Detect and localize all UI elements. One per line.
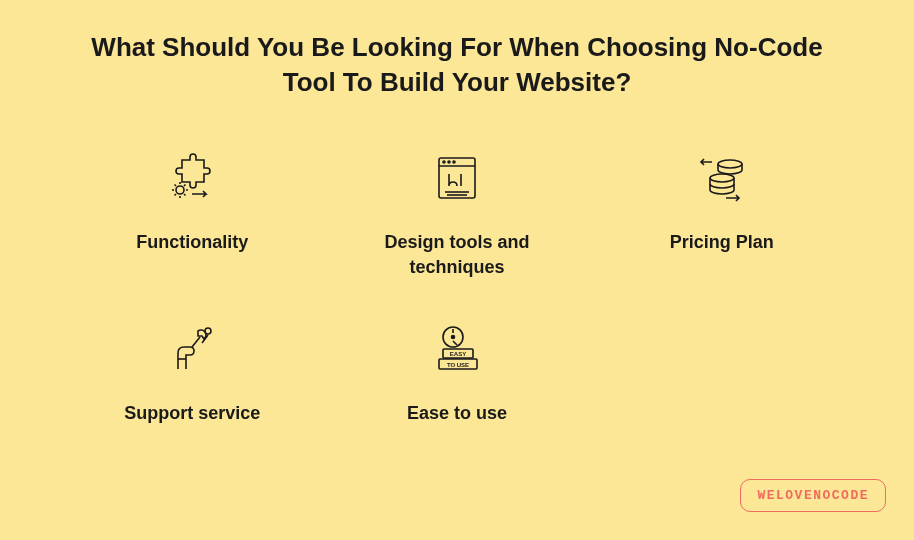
criteria-grid: Functionality Design tools and technique…	[40, 150, 874, 426]
page-title: What Should You Be Looking For When Choo…	[40, 30, 874, 100]
hand-wrench-icon	[164, 321, 220, 377]
puzzle-gear-icon	[164, 150, 220, 206]
item-support: Support service	[70, 321, 315, 426]
svg-point-11	[205, 328, 211, 334]
easy-to-use-icon: EASY TO USE	[429, 321, 485, 377]
item-ease: EASY TO USE Ease to use	[335, 321, 580, 426]
svg-text:EASY: EASY	[450, 351, 466, 357]
item-functionality: Functionality	[70, 150, 315, 280]
item-label: Ease to use	[407, 401, 507, 426]
database-arrows-icon	[694, 150, 750, 206]
item-label: Support service	[124, 401, 260, 426]
svg-point-5	[453, 161, 455, 163]
brand-badge: WELOVENOCODE	[740, 479, 886, 512]
svg-point-8	[718, 160, 742, 168]
item-pricing: Pricing Plan	[599, 150, 844, 280]
svg-point-13	[451, 335, 454, 338]
svg-point-9	[710, 174, 734, 182]
ui-window-icon	[429, 150, 485, 206]
item-design: Design tools and techniques	[335, 150, 580, 280]
svg-point-0	[176, 186, 184, 194]
svg-point-3	[443, 161, 445, 163]
item-label: Pricing Plan	[670, 230, 774, 255]
item-label: Functionality	[136, 230, 248, 255]
svg-text:TO USE: TO USE	[447, 362, 469, 368]
svg-point-4	[448, 161, 450, 163]
item-label: Design tools and techniques	[335, 230, 580, 280]
